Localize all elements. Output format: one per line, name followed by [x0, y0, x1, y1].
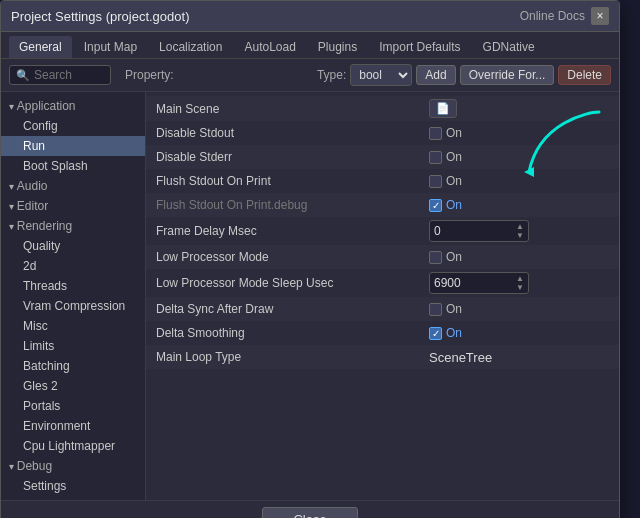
sidebar-item-boot-splash[interactable]: Boot Splash — [1, 156, 145, 176]
settings-row-main-scene: Main Scene 📄 — [146, 96, 619, 121]
sidebar-category-rendering[interactable]: Rendering — [1, 216, 145, 236]
flush-stdout-debug-label: Flush Stdout On Print.debug — [156, 198, 429, 212]
sidebar-item-config[interactable]: Config — [1, 116, 145, 136]
type-select[interactable]: bool int float String — [350, 64, 412, 86]
low-processor-on: On — [446, 250, 462, 264]
main-loop-text: SceneTree — [429, 350, 492, 365]
tab-input-map[interactable]: Input Map — [74, 36, 147, 58]
delta-sync-checkbox[interactable] — [429, 303, 442, 316]
main-scene-file-button[interactable]: 📄 — [429, 99, 457, 118]
settings-row-frame-delay: Frame Delay Msec 0 ▲ ▼ — [146, 217, 619, 245]
tab-autoload[interactable]: AutoLoad — [234, 36, 305, 58]
low-processor-label: Low Processor Mode — [156, 250, 429, 264]
sidebar-category-application[interactable]: Application — [1, 96, 145, 116]
settings-row-flush-stdout: Flush Stdout On Print On — [146, 169, 619, 193]
delta-smoothing-label: Delta Smoothing — [156, 326, 429, 340]
sidebar-category-debug[interactable]: Debug — [1, 456, 145, 476]
search-input[interactable] — [34, 68, 104, 82]
frame-delay-input[interactable]: 0 ▲ ▼ — [429, 220, 529, 242]
tabs-bar: General Input Map Localization AutoLoad … — [1, 32, 619, 59]
low-processor-sleep-arrows[interactable]: ▲ ▼ — [516, 274, 524, 292]
settings-row-delta-sync: Delta Sync After Draw On — [146, 297, 619, 321]
disable-stdout-on: On — [446, 126, 462, 140]
settings-row-disable-stderr: Disable Stderr On — [146, 145, 619, 169]
title-bar-actions: Online Docs × — [520, 7, 609, 25]
tab-plugins[interactable]: Plugins — [308, 36, 367, 58]
main-content: Application Config Run Boot Splash Audio… — [1, 92, 619, 500]
frame-delay-arrows[interactable]: ▲ ▼ — [516, 222, 524, 240]
flush-stdout-checkbox[interactable] — [429, 175, 442, 188]
override-button[interactable]: Override For... — [460, 65, 555, 85]
settings-row-low-processor-sleep: Low Processor Mode Sleep Usec 6900 ▲ ▼ — [146, 269, 619, 297]
close-dialog-button[interactable]: Close — [262, 507, 357, 518]
delta-smoothing-checkbox[interactable]: ✓ — [429, 327, 442, 340]
bottom-bar: Close — [1, 500, 619, 518]
tab-general[interactable]: General — [9, 36, 72, 58]
low-processor-checkbox[interactable] — [429, 251, 442, 264]
settings-row-low-processor: Low Processor Mode On — [146, 245, 619, 269]
sidebar-item-quality[interactable]: Quality — [1, 236, 145, 256]
main-scene-value: 📄 — [429, 99, 609, 118]
disable-stdout-label: Disable Stdout — [156, 126, 429, 140]
online-docs-link[interactable]: Online Docs — [520, 9, 585, 23]
arrow-down[interactable]: ▼ — [516, 231, 524, 240]
tab-gdnative[interactable]: GDNative — [473, 36, 545, 58]
arrow-up[interactable]: ▲ — [516, 222, 524, 231]
frame-delay-label: Frame Delay Msec — [156, 224, 429, 238]
low-processor-value[interactable]: On — [429, 250, 609, 264]
flush-stdout-debug-on: On — [446, 198, 462, 212]
sidebar-item-vram[interactable]: Vram Compression — [1, 296, 145, 316]
title-bar: Project Settings (project.godot) Online … — [1, 1, 619, 32]
disable-stdout-value[interactable]: On — [429, 126, 609, 140]
sidebar-item-cpu-lightmapper[interactable]: Cpu Lightmapper — [1, 436, 145, 456]
type-label: Type: — [317, 68, 346, 82]
delta-smoothing-on: On — [446, 326, 462, 340]
sidebar-item-gles2[interactable]: Gles 2 — [1, 376, 145, 396]
delta-smoothing-value[interactable]: ✓ On — [429, 326, 609, 340]
flush-stdout-value[interactable]: On — [429, 174, 609, 188]
sidebar-item-limits[interactable]: Limits — [1, 336, 145, 356]
dialog-title: Project Settings (project.godot) — [11, 9, 189, 24]
tab-localization[interactable]: Localization — [149, 36, 232, 58]
frame-delay-value: 0 ▲ ▼ — [429, 220, 609, 242]
sidebar-item-threads[interactable]: Threads — [1, 276, 145, 296]
delta-sync-label: Delta Sync After Draw — [156, 302, 429, 316]
sidebar-item-environment[interactable]: Environment — [1, 416, 145, 436]
disable-stderr-value[interactable]: On — [429, 150, 609, 164]
sidebar-item-misc[interactable]: Misc — [1, 316, 145, 336]
search-icon: 🔍 — [16, 69, 30, 82]
settings-row-main-loop: Main Loop Type SceneTree — [146, 345, 619, 369]
low-processor-sleep-number: 6900 — [434, 276, 461, 290]
flush-stdout-debug-value[interactable]: ✓ On — [429, 198, 609, 212]
sleep-arrow-down[interactable]: ▼ — [516, 283, 524, 292]
flush-stdout-label: Flush Stdout On Print — [156, 174, 429, 188]
settings-row-delta-smoothing: Delta Smoothing ✓ On — [146, 321, 619, 345]
sidebar-category-editor[interactable]: Editor — [1, 196, 145, 216]
main-scene-label: Main Scene — [156, 102, 429, 116]
sleep-arrow-up[interactable]: ▲ — [516, 274, 524, 283]
close-window-button[interactable]: × — [591, 7, 609, 25]
frame-delay-number: 0 — [434, 224, 441, 238]
sidebar-item-2d[interactable]: 2d — [1, 256, 145, 276]
main-loop-label: Main Loop Type — [156, 350, 429, 364]
sidebar-item-portals[interactable]: Portals — [1, 396, 145, 416]
disable-stderr-checkbox[interactable] — [429, 151, 442, 164]
add-button[interactable]: Add — [416, 65, 455, 85]
property-label: Property: — [125, 68, 174, 82]
delta-sync-value[interactable]: On — [429, 302, 609, 316]
flush-stdout-debug-checkbox[interactable]: ✓ — [429, 199, 442, 212]
sidebar-item-settings[interactable]: Settings — [1, 476, 145, 496]
low-processor-sleep-label: Low Processor Mode Sleep Usec — [156, 276, 429, 290]
tab-import-defaults[interactable]: Import Defaults — [369, 36, 470, 58]
type-row: Type: bool int float String Add Override… — [317, 64, 611, 86]
low-processor-sleep-input[interactable]: 6900 ▲ ▼ — [429, 272, 529, 294]
sidebar-item-batching[interactable]: Batching — [1, 356, 145, 376]
low-processor-sleep-value: 6900 ▲ ▼ — [429, 272, 609, 294]
settings-row-disable-stdout: Disable Stdout On — [146, 121, 619, 145]
search-box[interactable]: 🔍 — [9, 65, 111, 85]
disable-stderr-label: Disable Stderr — [156, 150, 429, 164]
sidebar-category-audio[interactable]: Audio — [1, 176, 145, 196]
disable-stdout-checkbox[interactable] — [429, 127, 442, 140]
sidebar-item-run[interactable]: Run — [1, 136, 145, 156]
delete-button[interactable]: Delete — [558, 65, 611, 85]
